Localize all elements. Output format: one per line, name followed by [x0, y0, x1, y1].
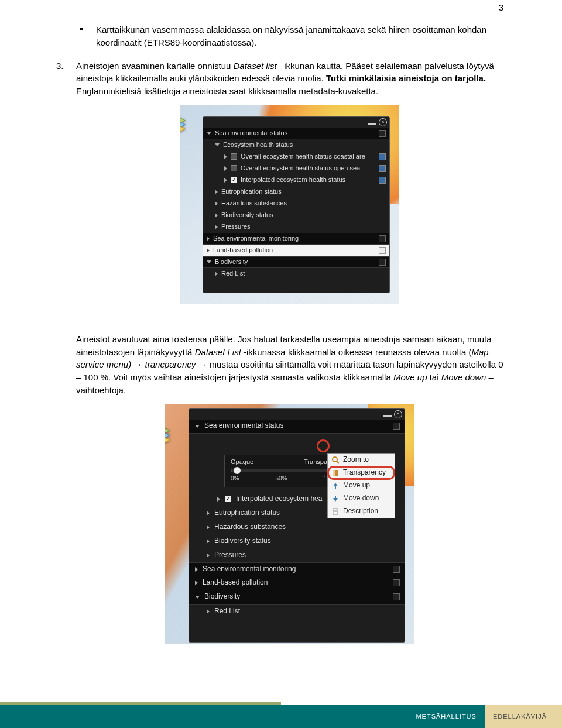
menu-icon[interactable] [393, 423, 400, 430]
expand-icon[interactable] [215, 201, 218, 206]
subcat-redlist[interactable]: Red List [203, 268, 389, 280]
dataset-list-panel[interactable]: × Sea environmental status Ecosystem hea… [203, 116, 390, 293]
menu-icon[interactable] [379, 259, 386, 266]
text-bold: Tutki minkälaisia aineistoja on tarjolla… [326, 73, 486, 83]
page-footer: METSÄHALLITUS EDELLÄKÄVIJÄ [0, 701, 562, 728]
text-italic: Move up [393, 372, 427, 382]
slider-end-labels: Opaque Transparent [231, 458, 338, 467]
expand-icon[interactable] [195, 567, 198, 572]
expand-icon[interactable] [215, 190, 218, 194]
metadata-icon[interactable] [379, 177, 386, 184]
expand-icon[interactable] [224, 154, 227, 159]
category-biodiversity[interactable]: Biodiversity [189, 590, 405, 605]
expand-icon[interactable] [215, 213, 218, 218]
menu-icon[interactable] [393, 566, 400, 573]
svg-line-7 [337, 461, 339, 463]
category-sea-env-status[interactable]: Sea environmental status [203, 128, 389, 139]
label: Overall ecosystem health status coastal … [241, 152, 375, 162]
slider-tick-labels: 0% 50% 100% [231, 475, 338, 483]
menu-icon[interactable] [379, 130, 386, 137]
subcat-pressures[interactable]: Pressures [203, 221, 389, 233]
expand-icon[interactable] [207, 260, 211, 263]
menu-move-down[interactable]: Move down [328, 492, 395, 505]
menu-icon[interactable] [393, 593, 400, 600]
expand-icon[interactable] [215, 225, 218, 229]
expand-icon[interactable] [207, 511, 210, 516]
expand-icon[interactable] [207, 248, 210, 253]
checkbox-checked[interactable] [231, 177, 237, 183]
expand-icon[interactable] [215, 272, 218, 276]
menu-icon[interactable] [393, 579, 400, 586]
close-icon[interactable]: × [394, 410, 402, 418]
subcat-hazardous[interactable]: Hazardous substances [189, 520, 405, 534]
expand-icon[interactable] [207, 525, 210, 530]
menu-move-up[interactable]: Move up [328, 479, 395, 492]
paragraph-transparency-instructions: Aineistot avautuvat aina toistensa pääll… [76, 333, 503, 397]
layer-open-sea[interactable]: Overall ecosystem health status open sea [203, 163, 389, 174]
checkbox[interactable] [231, 165, 237, 171]
expand-icon[interactable] [195, 425, 200, 428]
expand-icon[interactable] [207, 609, 210, 614]
slider-thumb[interactable] [234, 467, 241, 474]
expand-icon[interactable] [207, 553, 210, 558]
arrow-icon: → [196, 359, 209, 369]
menu-transparency[interactable]: Transparency [328, 466, 395, 479]
panel-header: × [203, 117, 389, 128]
minimize-icon[interactable] [368, 120, 376, 125]
menu-description[interactable]: Description [328, 505, 395, 518]
arrow-down-icon [331, 495, 340, 503]
close-icon[interactable]: × [379, 118, 387, 126]
layer-coastal[interactable]: Overall ecosystem health status coastal … [203, 151, 389, 163]
expand-icon[interactable] [195, 596, 200, 599]
metadata-icon[interactable] [379, 153, 386, 160]
subcat-eutrophication[interactable]: Eutrophication status [203, 186, 389, 198]
text: Aineistojen avaaminen kartalle onnistuu [76, 61, 234, 71]
label: Sea environmental monitoring [203, 564, 388, 574]
checkbox[interactable] [231, 153, 237, 160]
layer-interpolated[interactable]: Interpolated ecosystem health status [203, 174, 389, 186]
metadata-icon[interactable] [379, 165, 386, 172]
label: Move down [343, 493, 379, 503]
category-land-pollution[interactable]: Land-based pollution [189, 576, 405, 590]
expand-icon[interactable] [215, 143, 220, 146]
expand-icon[interactable] [207, 236, 210, 241]
menu-icon[interactable] [379, 247, 386, 254]
bullet-text: Karttaikkunan vasemmassa alalaidassa on … [96, 23, 503, 49]
transparency-slider[interactable] [231, 469, 338, 472]
map-service-menu[interactable]: Zoom to Transparency Move up Move down D… [327, 453, 395, 518]
category-sea-env-monitoring[interactable]: Sea environmental monitoring [189, 562, 405, 576]
layers-icon[interactable] [180, 114, 187, 135]
label: Description [343, 506, 378, 516]
highlight-circle [317, 439, 330, 452]
label: Eutrophication status [221, 187, 389, 197]
label: Hazardous substances [214, 522, 405, 532]
expand-icon[interactable] [224, 166, 227, 171]
opaque-label: Opaque [231, 458, 253, 467]
menu-zoom-to[interactable]: Zoom to [328, 454, 395, 466]
subcat-ecosystem-health[interactable]: Ecosystem health status [203, 139, 389, 151]
expand-icon[interactable] [207, 539, 210, 544]
expand-icon[interactable] [217, 497, 220, 502]
category-land-pollution-selected[interactable]: Land-based pollution [203, 245, 389, 256]
subcat-pressures[interactable]: Pressures [189, 548, 405, 562]
expand-icon[interactable] [224, 178, 227, 183]
checkbox-checked[interactable] [225, 496, 231, 502]
number-label: 3. [56, 60, 76, 98]
label: Move up [343, 480, 370, 490]
numbered-item-3: 3. Aineistojen avaaminen kartalle onnist… [56, 60, 503, 98]
label: Red List [214, 606, 405, 616]
label: Land-based pollution [213, 246, 375, 255]
subcat-redlist[interactable]: Red List [189, 605, 405, 619]
category-sea-env-status[interactable]: Sea environmental status [189, 420, 405, 434]
expand-icon[interactable] [195, 581, 198, 585]
dataset-list-panel-2[interactable]: × Sea environmental status Interpolated … [189, 408, 405, 643]
category-biodiversity[interactable]: Biodiversity [203, 256, 389, 268]
expand-icon[interactable] [207, 132, 211, 135]
subcat-biodiv-status[interactable]: Biodiversity status [203, 210, 389, 221]
subcat-biodiv-status[interactable]: Biodiversity status [189, 534, 405, 548]
minimize-icon[interactable] [383, 412, 392, 417]
menu-icon[interactable] [379, 235, 386, 242]
layers-icon[interactable] [165, 424, 172, 447]
subcat-hazardous[interactable]: Hazardous substances [203, 198, 389, 210]
category-sea-env-monitoring[interactable]: Sea environmental monitoring [203, 233, 389, 245]
